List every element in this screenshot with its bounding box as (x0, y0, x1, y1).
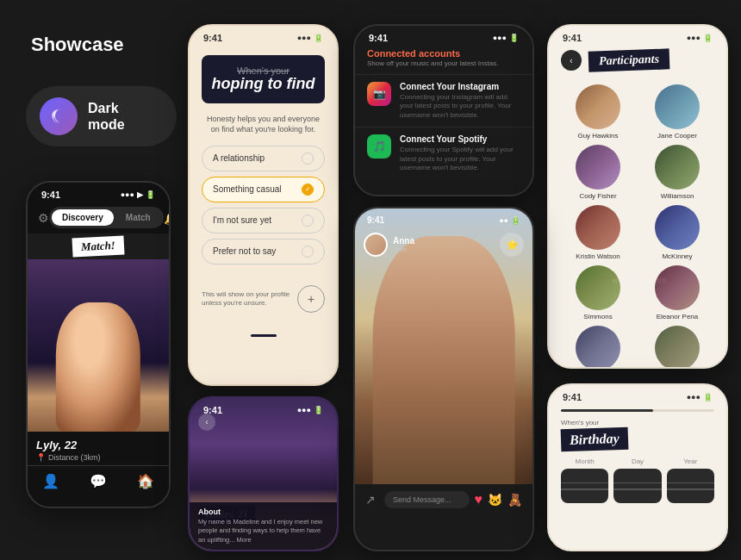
connected-title: Connected accounts (367, 48, 520, 59)
time-participants: 9:41 (563, 33, 582, 43)
name-eleanor-pena: Eleanor Pena (657, 313, 698, 320)
anna-photo: 9:41 ●●🔋 Anna Hike ⭐ (355, 208, 532, 484)
name-jane-cooper: Jane Cooper (657, 132, 697, 140)
anna-match-icon[interactable]: ⭐ (500, 233, 524, 257)
anna-share-icon[interactable]: ↗ (365, 493, 376, 507)
home-icon[interactable]: 🏠 (137, 473, 154, 489)
day-wheel[interactable] (613, 469, 661, 503)
message-icon[interactable]: 💬 (90, 473, 107, 489)
hoping-subtitle: Honesty helps you and everyone on find w… (202, 114, 325, 135)
hoping-footer-text: This will show on your profile unless yo… (202, 290, 297, 308)
instagram-desc: Connecting your Instagram will add your … (400, 93, 520, 120)
dark-mode-label: Dark mode (88, 100, 125, 133)
tab-discovery[interactable]: Discovery (52, 209, 114, 226)
avatar-cody-fisher (576, 145, 620, 190)
option-casual[interactable]: Something casual ✓ (202, 177, 325, 202)
status-icons-birthday: ●●●🔋 (687, 393, 713, 401)
phone-hoping: 9:41 ●●● 🔋 When's your hoping to find Ho… (188, 24, 339, 386)
option-notsure[interactable]: I'm not sure yet (202, 208, 325, 233)
participant-annette-black[interactable]: Annette Black (561, 326, 635, 369)
connected-header: Connected accounts Show off your music a… (355, 47, 532, 74)
time-match: 9:41 (41, 190, 60, 200)
participant-jane-cooper[interactable]: Jane Cooper (640, 84, 714, 140)
time-connected: 9:41 (369, 33, 388, 43)
hoping-content: When's your hoping to find Honesty helps… (190, 47, 337, 278)
anna-heart-btn[interactable]: ♥ (475, 492, 483, 507)
anna-bear-emoji[interactable]: 🧸 (507, 493, 522, 507)
bell-icon[interactable]: 🔔 (164, 211, 171, 225)
instagram-item[interactable]: 📷 Connect Your Instagram Connecting your… (355, 74, 532, 127)
status-icons-connected: ●●● 🔋 (493, 34, 519, 42)
participant-simmons[interactable]: Simmons (561, 265, 635, 320)
participant-extra[interactable] (640, 326, 714, 369)
instagram-icon: 📷 (367, 82, 391, 106)
hoping-progress (190, 320, 337, 345)
time-hoping: 9:41 (203, 33, 222, 43)
birthday-year-picker[interactable]: Year (667, 457, 714, 503)
anna-profile-name: Anna Hike (393, 236, 414, 253)
avatar-williamson (655, 145, 700, 190)
participant-cody-fisher[interactable]: Cody Fisher (561, 145, 635, 200)
anna-status-bar: 9:41 ●●🔋 (355, 208, 532, 228)
hoping-question-bg: When's your hoping to find (202, 55, 325, 103)
avatar-annette-black (576, 326, 620, 369)
avatar-mckinney (655, 205, 700, 250)
name-cody-fisher: Cody Fisher (579, 192, 616, 200)
anna-message-input[interactable]: Send Message... (384, 491, 470, 508)
birthday-day-picker[interactable]: Day (613, 457, 661, 503)
participant-kristin-watson[interactable]: Kristin Watson (561, 205, 635, 260)
hoping-main-text: hoping to find (210, 76, 316, 93)
phone-connected: 9:41 ●●● 🔋 Connected accounts Show off y… (353, 24, 534, 196)
radio-relationship[interactable] (302, 152, 314, 165)
participant-mckinney[interactable]: McKinney (640, 205, 714, 260)
status-icons-match: ●●● ▶ 🔋 (121, 190, 155, 199)
time-anna: 9:41 (367, 215, 384, 225)
avatar-extra (655, 326, 700, 369)
page-title: Showcase (31, 34, 124, 56)
radio-casual[interactable]: ✓ (302, 184, 314, 196)
connected-subtitle: Show off your music and your latest Inst… (367, 59, 520, 67)
participant-eleanor-pena[interactable]: Eleanor Pena (640, 265, 714, 320)
hoping-footer-btn[interactable]: + (297, 285, 325, 313)
hailey-back-btn[interactable]: ‹ (198, 414, 215, 431)
name-simmons: Simmons (583, 313, 612, 320)
name-guy-hawkins: Guy Hawkins (577, 132, 618, 140)
year-wheel[interactable] (667, 469, 714, 503)
radio-notsure[interactable] (302, 215, 314, 227)
anna-mini-profile: Anna Hike (364, 233, 414, 257)
anna-bottom-bar: ↗ Send Message... ♥ 🐱 🧸 (355, 484, 532, 515)
phone-birthday: 9:41 ●●●🔋 When's your Birthday Month (547, 383, 728, 551)
nav-bar-match: ⚙ Discovery Match 🔔 (28, 203, 169, 233)
status-bar-match: 9:41 ●●● ▶ 🔋 (28, 183, 169, 203)
spotify-icon: 🎵 (367, 134, 391, 159)
match-sticker: Match! (72, 235, 125, 257)
settings-icon[interactable]: ⚙ (38, 211, 49, 225)
instagram-title: Connect Your Instagram (400, 82, 520, 91)
radio-prefer[interactable] (302, 246, 314, 258)
avatar-jane-cooper (655, 84, 700, 129)
hailey-about-title: About (198, 507, 328, 516)
tab-match[interactable]: Match (115, 209, 161, 226)
participants-grid: Guy Hawkins Jane Cooper Cody Fisher Will… (549, 78, 726, 369)
phone-hailey: 9:41 ●●●🔋 ‹ Hailey, 21 About My name is … (188, 396, 339, 551)
avatar-simmons (576, 265, 620, 310)
match-content: Match! Lyly, 22 📍 Distance (3km) 👤 💬 🏠 (28, 233, 169, 495)
option-prefer[interactable]: Prefer not to say (202, 239, 325, 264)
participant-williamson[interactable]: Williamson (640, 145, 714, 200)
month-wheel[interactable] (561, 469, 608, 503)
anna-avatar-small (364, 233, 388, 257)
spotify-text: Connect Your Spotify Connecting your Spo… (400, 134, 520, 172)
option-relationship[interactable]: A relationship (202, 146, 325, 171)
spotify-desc: Connecting your Spotify will add your la… (400, 146, 520, 172)
match-name: Lyly, 22 (36, 439, 160, 451)
birthday-month-picker[interactable]: Month (561, 457, 608, 503)
anna-cat-emoji[interactable]: 🐱 (488, 493, 502, 507)
participant-guy-hawkins[interactable]: Guy Hawkins (561, 84, 635, 140)
back-button[interactable]: ‹ (561, 50, 582, 71)
anna-photo-person (373, 236, 515, 484)
match-bottom-nav: 👤 💬 🏠 (28, 465, 169, 495)
phone-anna: 9:41 ●●🔋 Anna Hike ⭐ ↗ Send Message... ♥… (353, 207, 534, 551)
spotify-item[interactable]: 🎵 Connect Your Spotify Connecting your S… (355, 127, 532, 179)
match-distance: 📍 Distance (3km) (36, 453, 160, 462)
profile-icon[interactable]: 👤 (42, 473, 59, 489)
